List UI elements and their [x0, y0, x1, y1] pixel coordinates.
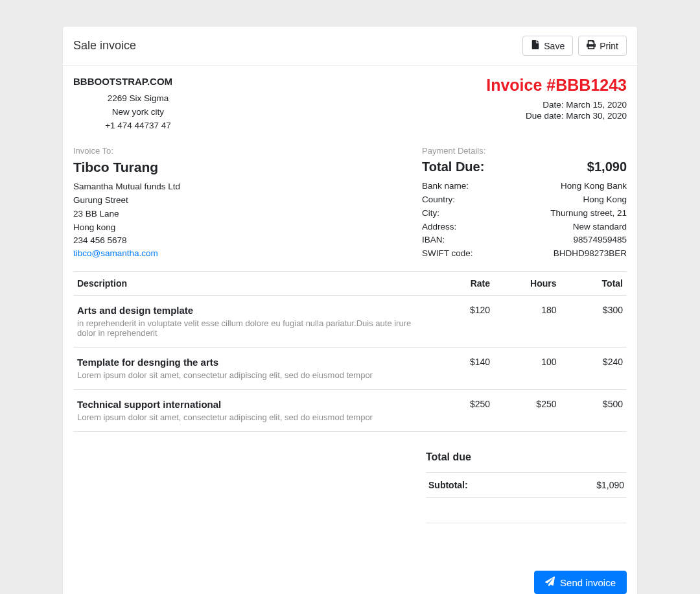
grand-total-label: Total: — [426, 523, 531, 553]
paper-plane-icon — [545, 576, 555, 588]
company-phone: +1 474 44737 47 — [73, 119, 203, 133]
payment-detail-row: Bank name:Hong Kong Bank — [422, 180, 627, 193]
totals-block: Total due Subtotal:$1,090Tax: (25%)$27 T… — [426, 447, 627, 552]
bill-to-label: Invoice To: — [73, 146, 339, 156]
payment-detail-row: SWIFT code:BHDHD98273BER — [422, 247, 627, 261]
card-header: Sale invoice Save Print — [63, 27, 637, 65]
table-row: Template for desnging the artsLorem ipsu… — [73, 348, 627, 390]
bill-to-line: Gurung Street — [73, 194, 339, 208]
payment-detail-row: City:Thurnung street, 21 — [422, 207, 627, 220]
print-icon — [587, 40, 596, 51]
line-hours: $250 — [494, 390, 560, 432]
line-title: Technical support international — [77, 399, 424, 410]
print-button-label: Print — [600, 41, 618, 51]
totals-row-value: $27 — [531, 498, 627, 523]
line-desc: in reprehenderit in voluptate velit esse… — [77, 318, 424, 338]
payment-detail-key: SWIFT code: — [422, 247, 473, 261]
send-invoice-button[interactable]: Send invoice — [534, 571, 627, 594]
line-title: Template for desnging the arts — [77, 357, 424, 368]
payment-detail-key: Country: — [422, 193, 455, 207]
payment-detail-value: 98574959485 — [573, 233, 627, 247]
payment-detail-key: Address: — [422, 220, 456, 234]
line-desc: Lorem ipsum dolor sit amet, consectetur … — [77, 412, 424, 422]
company-name: BBBOOTSTRAP.COM — [73, 76, 339, 87]
line-total: $300 — [561, 296, 627, 348]
line-hours: 100 — [494, 348, 560, 390]
payment-detail-value: New standard — [573, 220, 627, 234]
payment-label: Payment Details: — [422, 146, 627, 156]
line-rate: $250 — [428, 390, 494, 432]
col-hours: Hours — [494, 272, 560, 296]
payment-detail-value: Hong Kong Bank — [561, 180, 627, 193]
send-invoice-label: Send invoice — [560, 577, 616, 588]
line-hours: 180 — [494, 296, 560, 348]
totals-row-label: Subtotal: — [426, 473, 531, 498]
bill-to-line: Samantha Mutual funds Ltd — [73, 180, 339, 194]
bill-to-line: Hong kong — [73, 221, 339, 235]
totals-heading: Total due — [426, 451, 627, 463]
payment-detail-value: BHDHD98273BER — [554, 247, 627, 261]
payment-detail-key: Bank name: — [422, 180, 469, 193]
invoice-card: Sale invoice Save Print — [62, 26, 638, 594]
save-button-label: Save — [544, 41, 565, 51]
header-actions: Save Print — [522, 36, 627, 56]
col-description: Description — [73, 272, 428, 296]
company-city: New york city — [73, 106, 203, 119]
bill-to-name: Tibco Turang — [73, 160, 339, 175]
bill-to-line: 234 456 5678 — [73, 234, 339, 248]
page-title: Sale invoice — [73, 39, 136, 53]
invoice-date: Date: March 15, 2020 — [361, 100, 627, 110]
company-block: BBBOOTSTRAP.COM 2269 Six Sigma New york … — [73, 76, 339, 133]
line-total: $240 — [561, 348, 627, 390]
payment-detail-key: City: — [422, 207, 439, 220]
col-total: Total — [561, 272, 627, 296]
total-due-label: Total Due: — [422, 160, 484, 174]
save-button[interactable]: Save — [522, 36, 573, 56]
line-items-table: Description Rate Hours Total Arts and de… — [73, 271, 627, 432]
total-due-value: $1,090 — [587, 160, 627, 174]
payment-detail-row: Country:Hong Kong — [422, 193, 627, 207]
payment-detail-row: IBAN:98574959485 — [422, 233, 627, 247]
invoice-due-date: Due date: March 30, 2020 — [361, 111, 627, 121]
payment-detail-value: Thurnung street, 21 — [550, 207, 627, 220]
line-rate: $120 — [428, 296, 494, 348]
table-row: Arts and design templatein reprehenderit… — [73, 296, 627, 348]
table-row: Technical support internationalLorem ips… — [73, 390, 627, 432]
line-title: Arts and design template — [77, 305, 424, 316]
grand-total-value: $1,160 — [531, 523, 627, 553]
line-total: $500 — [561, 390, 627, 432]
payment-detail-key: IBAN: — [422, 233, 445, 247]
line-rate: $140 — [428, 348, 494, 390]
card-body: BBBOOTSTRAP.COM 2269 Six Sigma New york … — [63, 65, 637, 594]
totals-row-value: $1,090 — [531, 473, 627, 498]
invoice-meta: Invoice #BBB1243 Date: March 15, 2020 Du… — [361, 76, 627, 133]
invoice-number: Invoice #BBB1243 — [361, 76, 627, 95]
bill-to-line: 23 BB Lane — [73, 208, 339, 221]
col-rate: Rate — [428, 272, 494, 296]
totals-row-label: Tax: (25%) — [426, 498, 531, 523]
payment-detail-row: Address:New standard — [422, 220, 627, 234]
line-desc: Lorem ipsum dolor sit amet, consectetur … — [77, 370, 424, 380]
payment-detail-value: Hong Kong — [583, 193, 627, 207]
bill-to-block: Invoice To: Tibco Turang Samantha Mutual… — [73, 146, 339, 261]
payment-block: Payment Details: Total Due: $1,090 Bank … — [422, 146, 627, 261]
print-button[interactable]: Print — [578, 36, 627, 56]
file-icon — [531, 40, 540, 51]
bill-to-email[interactable]: tibco@samantha.com — [73, 248, 158, 258]
company-street: 2269 Six Sigma — [73, 92, 203, 106]
